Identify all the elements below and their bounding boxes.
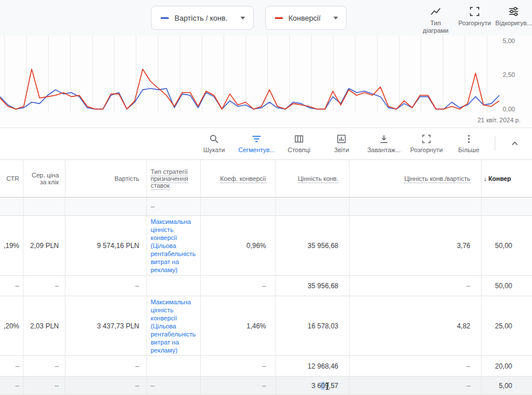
expand-icon (469, 6, 480, 17)
toolbar-download-button[interactable]: Завантаж... (363, 134, 405, 153)
chart-tool-label: Відкоригув... (495, 20, 532, 27)
chart-tool-expand[interactable]: Розгорнути (457, 6, 492, 34)
series-line-conversions (0, 69, 499, 109)
table-cell: 9 574,16 PLN (65, 216, 146, 276)
table-cell: – (0, 356, 23, 377)
columns-icon (294, 134, 304, 144)
empty-value-dash: – (151, 382, 155, 390)
toolbar-expand-button[interactable]: Розгорнути (405, 134, 448, 153)
cell-value: 3 437,73 PLN (97, 322, 139, 330)
table-cell: – (23, 276, 65, 296)
table-row: – (0, 198, 532, 216)
empty-value-dash: – (55, 362, 59, 370)
column-header-6[interactable]: Цінність конв. (275, 160, 349, 198)
column-header-3[interactable]: Вартість (65, 160, 146, 198)
table-cell: ,20% (0, 296, 23, 356)
toolbar-search-button[interactable]: Шукати (193, 134, 235, 153)
empty-value-dash: – (135, 362, 139, 370)
column-header-8[interactable]: ↓ Конвер (481, 160, 532, 198)
toolbar-columns-button[interactable]: Стовпці (278, 134, 320, 153)
table-cell: ,19% (0, 216, 23, 276)
table-cell: – (349, 356, 481, 377)
table-toolbar: ШукатиСегментув...СтовпціЗвітиЗавантаж..… (0, 127, 532, 160)
table-cell: – (146, 377, 200, 395)
table-cell (349, 198, 481, 216)
toolbar-items: ШукатиСегментув...СтовпціЗвітиЗавантаж..… (193, 134, 490, 153)
toolbar-more-button[interactable]: Більше (448, 134, 490, 153)
cell-value: 9 574,16 PLN (97, 242, 139, 250)
bid-strategy-link[interactable]: Максимальна цінність конверсії (Цільова … (151, 218, 197, 274)
toolbar-reports-button[interactable]: Звіти (320, 134, 363, 153)
series-swatch-blue (161, 17, 169, 19)
cell-value: 2,03 PLN (30, 322, 59, 330)
cell-value: 2,09 PLN (30, 242, 59, 250)
table-cell: 1,46% (200, 296, 275, 356)
column-header-1[interactable]: CTR (0, 160, 23, 198)
tune-icon (508, 6, 519, 17)
empty-value-dash: – (15, 382, 20, 390)
table-cell: – (65, 356, 146, 377)
chevron-up-icon (510, 138, 520, 149)
column-header-4[interactable]: Тип стратегії призначення ставок (146, 160, 200, 198)
cell-value: 0,96% (246, 242, 266, 250)
metric-selector-cost-per-conv[interactable]: Вартість / конв. (151, 6, 254, 30)
cell-value: 3,76 (457, 242, 470, 250)
bid-strategy-link[interactable]: Максимальна цінність конверсії (Цільова … (151, 298, 197, 354)
performance-line-chart (0, 36, 532, 127)
table-cell: – (23, 356, 65, 377)
table-cell: – (65, 276, 146, 296)
toolbar-label: Звіти (334, 146, 349, 153)
table-cell: – (0, 276, 23, 296)
table-cell: – (349, 276, 481, 296)
campaign-table: CTRСер. ціна за клікВартістьТип стратегі… (0, 160, 532, 395)
toolbar-label: Сегментув... (238, 146, 275, 153)
chart-tool-tune[interactable]: Відкоригув... (496, 6, 531, 34)
chart-tool-chart-type[interactable]: Тип діаграми (418, 6, 453, 34)
toolbar-label: Розгорнути (410, 146, 443, 153)
cell-value: 35 956,68 (308, 242, 338, 250)
empty-value-dash: – (467, 382, 471, 390)
metric-label: Конверсії (289, 14, 321, 22)
column-label: Цінність конв./вартість (404, 175, 470, 183)
chevron-down-icon (333, 17, 338, 20)
toolbar-segment-button[interactable]: Сегментув... (235, 134, 278, 153)
column-label: Вартість (114, 175, 139, 182)
table-cell: – (200, 377, 275, 395)
column-header-2[interactable]: Сер. ціна за клік (23, 160, 65, 198)
column-label: Коеф. конверсії (220, 175, 266, 183)
metric-selector-conversions[interactable]: Конверсії (265, 6, 347, 30)
cell-value: 5,00 (499, 382, 512, 390)
cell-value: ,20% (3, 322, 19, 330)
table-cell: – (200, 356, 275, 377)
toolbar-label: Шукати (203, 146, 225, 153)
toolbar-label: Стовпці (288, 146, 310, 153)
empty-value-dash: – (467, 282, 471, 290)
collapse-table-button[interactable] (502, 133, 527, 154)
toolbar-label: Завантаж... (367, 146, 401, 153)
table-cell: 16 578,03 (275, 296, 349, 356)
column-label: CTR (6, 175, 20, 182)
empty-value-dash: – (135, 282, 139, 290)
column-label: Тип стратегії призначення ставок (151, 168, 188, 190)
empty-value-dash: – (55, 282, 59, 290)
cell-value: 4,82 (457, 322, 470, 330)
table-cell (481, 198, 532, 216)
column-header-7[interactable]: Цінність конв./вартість (349, 160, 481, 198)
table-cell: – (349, 377, 481, 395)
table-cell (23, 198, 65, 216)
table-body: –,19%2,09 PLN9 574,16 PLNМаксимальна цін… (0, 198, 532, 395)
table-cell: – (23, 377, 65, 395)
table-cell: – (200, 276, 275, 296)
cell-value: 50,00 (495, 242, 512, 250)
table-header-row: CTRСер. ціна за клікВартістьТип стратегі… (0, 160, 532, 198)
table-cell: 0,96% (200, 216, 275, 276)
x-axis-date-label: 21 квіт. 2024 р. (477, 117, 521, 123)
empty-value-dash: – (135, 382, 139, 390)
y-axis-tick: 2,50 (503, 71, 515, 78)
column-header-5[interactable]: Коеф. конверсії (200, 160, 275, 198)
sort-desc-icon: ↓ (484, 175, 489, 182)
cell-value: 25,00 (495, 322, 512, 330)
table-cell: Максимальна цінність конверсії (Цільова … (146, 216, 200, 276)
table-cell (0, 198, 23, 216)
chart-type-icon (430, 6, 441, 17)
